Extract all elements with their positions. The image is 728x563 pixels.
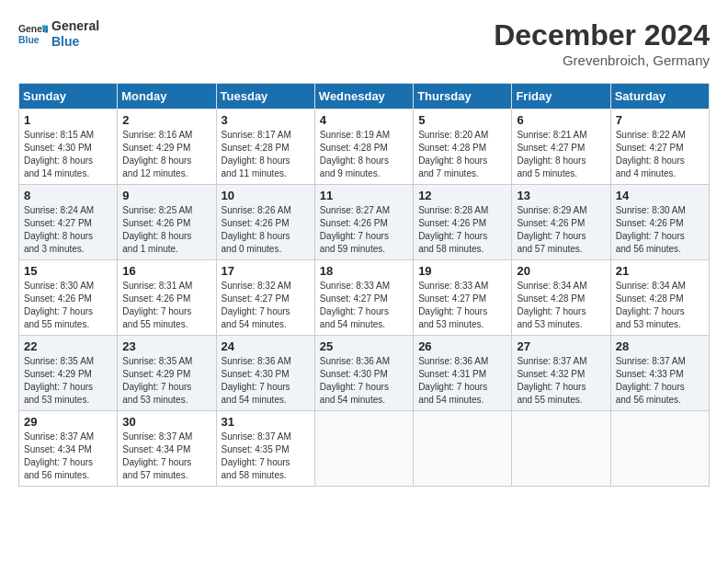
day-info: Sunrise: 8:37 AM Sunset: 4:33 PM Dayligh… [616,355,704,407]
day-info: Sunrise: 8:16 AM Sunset: 4:29 PM Dayligh… [122,129,210,180]
calendar-header-friday: Friday [512,84,610,109]
calendar-cell: 30Sunrise: 8:37 AM Sunset: 4:34 PM Dayli… [118,411,216,487]
day-info: Sunrise: 8:25 AM Sunset: 4:26 PM Dayligh… [122,204,210,256]
calendar-cell: 22Sunrise: 8:35 AM Sunset: 4:29 PM Dayli… [19,336,118,411]
day-info: Sunrise: 8:33 AM Sunset: 4:27 PM Dayligh… [418,280,506,331]
calendar-header-monday: Monday [118,84,216,109]
logo-text-blue: Blue [51,34,99,50]
day-number: 19 [418,264,506,278]
day-number: 14 [616,189,704,202]
calendar-cell [414,411,512,487]
page-subtitle: Grevenbroich, Germany [494,52,710,68]
day-info: Sunrise: 8:27 AM Sunset: 4:26 PM Dayligh… [320,204,408,256]
calendar-cell: 17Sunrise: 8:32 AM Sunset: 4:27 PM Dayli… [216,260,314,336]
calendar-cell: 27Sunrise: 8:37 AM Sunset: 4:32 PM Dayli… [512,336,610,411]
day-info: Sunrise: 8:22 AM Sunset: 4:27 PM Dayligh… [616,129,704,180]
day-number: 6 [517,113,605,127]
day-info: Sunrise: 8:24 AM Sunset: 4:27 PM Dayligh… [24,204,112,256]
calendar-cell: 21Sunrise: 8:34 AM Sunset: 4:28 PM Dayli… [610,260,709,336]
day-number: 1 [24,113,112,127]
calendar-cell [512,411,610,487]
calendar-cell: 29Sunrise: 8:37 AM Sunset: 4:34 PM Dayli… [19,411,118,487]
calendar-cell: 19Sunrise: 8:33 AM Sunset: 4:27 PM Dayli… [414,260,512,336]
day-number: 15 [24,264,112,278]
day-number: 25 [320,339,408,353]
calendar-body: 1Sunrise: 8:15 AM Sunset: 4:30 PM Daylig… [19,109,710,487]
day-info: Sunrise: 8:37 AM Sunset: 4:35 PM Dayligh… [222,431,310,482]
day-info: Sunrise: 8:15 AM Sunset: 4:30 PM Dayligh… [24,129,112,180]
calendar-cell: 26Sunrise: 8:36 AM Sunset: 4:31 PM Dayli… [414,336,512,411]
calendar-cell: 20Sunrise: 8:34 AM Sunset: 4:28 PM Dayli… [512,260,610,336]
day-number: 3 [222,113,310,127]
calendar-header-saturday: Saturday [610,84,709,109]
calendar-cell: 1Sunrise: 8:15 AM Sunset: 4:30 PM Daylig… [19,109,118,185]
calendar-header-tuesday: Tuesday [216,84,314,109]
day-info: Sunrise: 8:33 AM Sunset: 4:27 PM Dayligh… [320,280,408,331]
day-info: Sunrise: 8:32 AM Sunset: 4:27 PM Dayligh… [222,280,310,331]
calendar-week-3: 15Sunrise: 8:30 AM Sunset: 4:26 PM Dayli… [19,260,710,336]
day-info: Sunrise: 8:31 AM Sunset: 4:26 PM Dayligh… [122,280,210,331]
calendar-cell: 31Sunrise: 8:37 AM Sunset: 4:35 PM Dayli… [216,411,314,487]
day-info: Sunrise: 8:35 AM Sunset: 4:29 PM Dayligh… [122,355,210,407]
day-info: Sunrise: 8:37 AM Sunset: 4:34 PM Dayligh… [24,431,112,482]
day-number: 24 [222,339,310,353]
calendar-cell: 8Sunrise: 8:24 AM Sunset: 4:27 PM Daylig… [19,185,118,260]
calendar-cell: 10Sunrise: 8:26 AM Sunset: 4:26 PM Dayli… [216,185,314,260]
day-info: Sunrise: 8:34 AM Sunset: 4:28 PM Dayligh… [616,280,704,331]
calendar-cell: 5Sunrise: 8:20 AM Sunset: 4:28 PM Daylig… [414,109,512,185]
page-title: December 2024 [494,18,710,52]
calendar-cell: 28Sunrise: 8:37 AM Sunset: 4:33 PM Dayli… [610,336,709,411]
day-number: 27 [517,339,605,353]
day-info: Sunrise: 8:36 AM Sunset: 4:30 PM Dayligh… [320,355,408,407]
day-info: Sunrise: 8:17 AM Sunset: 4:28 PM Dayligh… [222,129,310,180]
day-info: Sunrise: 8:36 AM Sunset: 4:30 PM Dayligh… [222,355,310,407]
page-header: General Blue General Blue December 2024 … [18,18,710,68]
calendar-week-1: 1Sunrise: 8:15 AM Sunset: 4:30 PM Daylig… [19,109,710,185]
day-number: 22 [24,339,112,353]
day-info: Sunrise: 8:36 AM Sunset: 4:31 PM Dayligh… [418,355,506,407]
calendar-week-5: 29Sunrise: 8:37 AM Sunset: 4:34 PM Dayli… [19,411,710,487]
calendar-cell: 11Sunrise: 8:27 AM Sunset: 4:26 PM Dayli… [314,185,413,260]
calendar-header-thursday: Thursday [414,84,512,109]
day-number: 28 [616,339,704,353]
day-number: 11 [320,189,408,202]
calendar-cell: 23Sunrise: 8:35 AM Sunset: 4:29 PM Dayli… [118,336,216,411]
calendar-week-4: 22Sunrise: 8:35 AM Sunset: 4:29 PM Dayli… [19,336,710,411]
day-number: 26 [418,339,506,353]
calendar-cell: 2Sunrise: 8:16 AM Sunset: 4:29 PM Daylig… [118,109,216,185]
day-number: 7 [616,113,704,127]
calendar-cell [314,411,413,487]
day-number: 9 [122,189,210,202]
day-number: 30 [122,415,210,429]
day-number: 29 [24,415,112,429]
day-info: Sunrise: 8:21 AM Sunset: 4:27 PM Dayligh… [517,129,605,180]
logo: General Blue General Blue [18,18,99,50]
calendar-cell: 18Sunrise: 8:33 AM Sunset: 4:27 PM Dayli… [314,260,413,336]
logo-icon: General Blue [18,19,48,49]
day-number: 23 [122,339,210,353]
day-number: 5 [418,113,506,127]
calendar-cell: 15Sunrise: 8:30 AM Sunset: 4:26 PM Dayli… [19,260,118,336]
calendar-table: SundayMondayTuesdayWednesdayThursdayFrid… [18,83,710,487]
calendar-cell: 25Sunrise: 8:36 AM Sunset: 4:30 PM Dayli… [314,336,413,411]
calendar-cell: 4Sunrise: 8:19 AM Sunset: 4:28 PM Daylig… [314,109,413,185]
calendar-header-row: SundayMondayTuesdayWednesdayThursdayFrid… [19,84,710,109]
day-info: Sunrise: 8:26 AM Sunset: 4:26 PM Dayligh… [222,204,310,256]
day-number: 21 [616,264,704,278]
day-info: Sunrise: 8:30 AM Sunset: 4:26 PM Dayligh… [616,204,704,256]
calendar-cell: 24Sunrise: 8:36 AM Sunset: 4:30 PM Dayli… [216,336,314,411]
day-number: 20 [517,264,605,278]
calendar-cell: 6Sunrise: 8:21 AM Sunset: 4:27 PM Daylig… [512,109,610,185]
day-number: 31 [222,415,310,429]
svg-text:Blue: Blue [18,34,40,44]
calendar-cell: 13Sunrise: 8:29 AM Sunset: 4:26 PM Dayli… [512,185,610,260]
logo-text-general: General [51,18,99,34]
day-info: Sunrise: 8:34 AM Sunset: 4:28 PM Dayligh… [517,280,605,331]
day-info: Sunrise: 8:20 AM Sunset: 4:28 PM Dayligh… [418,129,506,180]
calendar-cell: 16Sunrise: 8:31 AM Sunset: 4:26 PM Dayli… [118,260,216,336]
day-number: 18 [320,264,408,278]
calendar-cell: 3Sunrise: 8:17 AM Sunset: 4:28 PM Daylig… [216,109,314,185]
title-block: December 2024 Grevenbroich, Germany [494,18,710,68]
day-number: 2 [122,113,210,127]
day-number: 16 [122,264,210,278]
